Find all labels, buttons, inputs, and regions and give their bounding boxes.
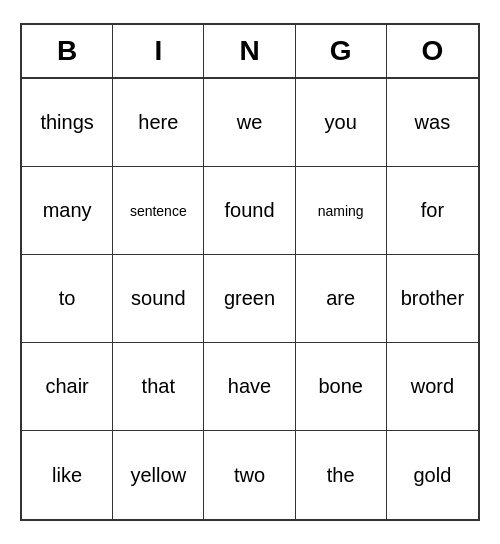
bingo-cell: sentence xyxy=(113,167,204,255)
cell-word: brother xyxy=(401,287,464,310)
cell-word: gold xyxy=(413,464,451,487)
bingo-header: BINGO xyxy=(22,25,478,79)
bingo-cell: you xyxy=(296,79,387,167)
bingo-cell: things xyxy=(22,79,113,167)
cell-word: are xyxy=(326,287,355,310)
cell-word: bone xyxy=(318,375,363,398)
cell-word: here xyxy=(138,111,178,134)
bingo-cell: two xyxy=(204,431,295,519)
bingo-cell: for xyxy=(387,167,478,255)
cell-word: yellow xyxy=(131,464,187,487)
bingo-cell: bone xyxy=(296,343,387,431)
bingo-cell: to xyxy=(22,255,113,343)
cell-word: chair xyxy=(45,375,88,398)
bingo-cell: brother xyxy=(387,255,478,343)
bingo-cell: the xyxy=(296,431,387,519)
cell-word: sound xyxy=(131,287,186,310)
bingo-cell: naming xyxy=(296,167,387,255)
bingo-cell: many xyxy=(22,167,113,255)
bingo-cell: we xyxy=(204,79,295,167)
cell-word: the xyxy=(327,464,355,487)
bingo-card: BINGO thingshereweyouwasmanysentencefoun… xyxy=(20,23,480,521)
cell-word: to xyxy=(59,287,76,310)
header-letter: B xyxy=(22,25,113,77)
header-letter: N xyxy=(204,25,295,77)
cell-word: for xyxy=(421,199,444,222)
bingo-cell: have xyxy=(204,343,295,431)
bingo-cell: chair xyxy=(22,343,113,431)
cell-word: you xyxy=(325,111,357,134)
bingo-cell: like xyxy=(22,431,113,519)
cell-word: sentence xyxy=(130,203,187,219)
cell-word: word xyxy=(411,375,454,398)
cell-word: have xyxy=(228,375,271,398)
cell-word: things xyxy=(40,111,93,134)
header-letter: I xyxy=(113,25,204,77)
bingo-cell: that xyxy=(113,343,204,431)
bingo-grid: thingshereweyouwasmanysentencefoundnamin… xyxy=(22,79,478,519)
header-letter: G xyxy=(296,25,387,77)
cell-word: many xyxy=(43,199,92,222)
bingo-cell: yellow xyxy=(113,431,204,519)
bingo-cell: word xyxy=(387,343,478,431)
cell-word: found xyxy=(224,199,274,222)
bingo-cell: found xyxy=(204,167,295,255)
bingo-cell: here xyxy=(113,79,204,167)
bingo-cell: gold xyxy=(387,431,478,519)
cell-word: was xyxy=(415,111,451,134)
cell-word: like xyxy=(52,464,82,487)
bingo-cell: are xyxy=(296,255,387,343)
cell-word: we xyxy=(237,111,263,134)
header-letter: O xyxy=(387,25,478,77)
cell-word: green xyxy=(224,287,275,310)
cell-word: naming xyxy=(318,203,364,219)
bingo-cell: was xyxy=(387,79,478,167)
cell-word: two xyxy=(234,464,265,487)
bingo-cell: sound xyxy=(113,255,204,343)
cell-word: that xyxy=(142,375,175,398)
bingo-cell: green xyxy=(204,255,295,343)
